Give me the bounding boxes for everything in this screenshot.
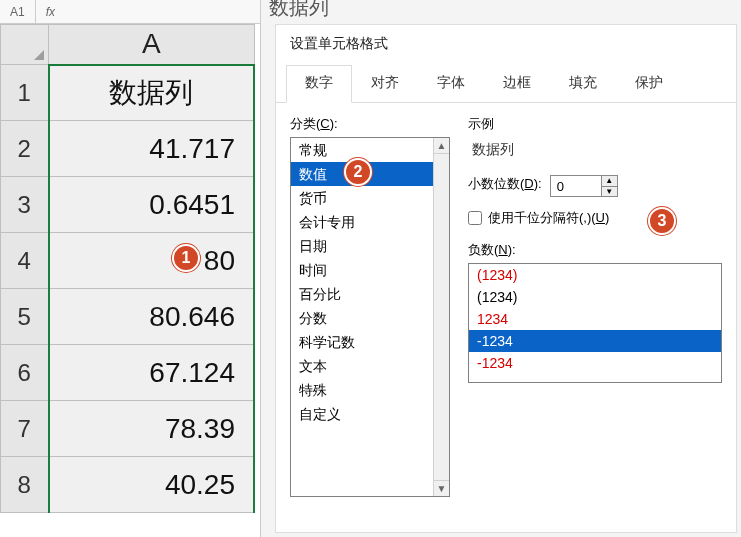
- category-listbox[interactable]: 常规 数值 货币 会计专用 日期 时间 百分比 分数 科学记数 文本 特殊 自定…: [290, 137, 450, 497]
- category-item-date[interactable]: 日期: [291, 234, 449, 258]
- sample-label: 示例: [468, 115, 722, 133]
- row-header[interactable]: 1: [1, 65, 49, 121]
- decimal-input[interactable]: [551, 176, 601, 196]
- negative-label: 负数(N):: [468, 241, 722, 259]
- spinner-down-icon[interactable]: ▼: [602, 187, 617, 197]
- dialog-tabs: 数字 对齐 字体 边框 填充 保护: [276, 59, 736, 103]
- dialog-outer-title: 数据列: [269, 0, 329, 21]
- row-header[interactable]: 2: [1, 121, 49, 177]
- sample-value: 数据列: [468, 139, 722, 161]
- category-item-percentage[interactable]: 百分比: [291, 282, 449, 306]
- row-header[interactable]: 8: [1, 457, 49, 513]
- cell-a8[interactable]: 40.25: [49, 457, 255, 513]
- neg-option[interactable]: 1234: [469, 308, 721, 330]
- category-item-custom[interactable]: 自定义: [291, 402, 449, 426]
- thousands-checkbox[interactable]: [468, 211, 482, 225]
- tab-font[interactable]: 字体: [418, 65, 484, 102]
- tab-alignment[interactable]: 对齐: [352, 65, 418, 102]
- format-cells-dialog: 数据列 设置单元格格式 数字 对齐 字体 边框 填充 保护 分类(C): 常规 …: [260, 0, 741, 537]
- cell-a6[interactable]: 67.124: [49, 345, 255, 401]
- neg-option[interactable]: -1234: [469, 330, 721, 352]
- category-item-scientific[interactable]: 科学记数: [291, 330, 449, 354]
- neg-option[interactable]: (1234): [469, 264, 721, 286]
- row-header[interactable]: 6: [1, 345, 49, 401]
- row-header[interactable]: 3: [1, 177, 49, 233]
- tab-fill[interactable]: 填充: [550, 65, 616, 102]
- row-header[interactable]: 4: [1, 233, 49, 289]
- tab-border[interactable]: 边框: [484, 65, 550, 102]
- callout-3: 3: [648, 207, 676, 235]
- cell-a5[interactable]: 80.646: [49, 289, 255, 345]
- namebox[interactable]: A1: [0, 0, 36, 23]
- negative-listbox[interactable]: (1234) (1234) 1234 -1234 -1234: [468, 263, 722, 383]
- thousands-label: 使用千位分隔符(,)(U): [488, 209, 609, 227]
- spinner-up-icon[interactable]: ▲: [602, 176, 617, 187]
- cell-a2[interactable]: 41.717: [49, 121, 255, 177]
- dialog-title: 设置单元格格式: [276, 25, 736, 59]
- cell-a3[interactable]: 0.6451: [49, 177, 255, 233]
- scroll-up-icon[interactable]: ▲: [434, 138, 449, 154]
- cell-a1[interactable]: 数据列: [49, 65, 255, 121]
- neg-option[interactable]: (1234): [469, 286, 721, 308]
- category-item-time[interactable]: 时间: [291, 258, 449, 282]
- tab-number[interactable]: 数字: [286, 65, 352, 103]
- category-item-currency[interactable]: 货币: [291, 186, 449, 210]
- neg-option[interactable]: -1234: [469, 352, 721, 374]
- column-header-a[interactable]: A: [49, 25, 255, 65]
- fx-label: fx: [36, 5, 65, 19]
- spreadsheet-grid[interactable]: A 1 数据列 2 41.717 3 0.6451 4 80 5 80.646 …: [0, 24, 255, 537]
- cell-a7[interactable]: 78.39: [49, 401, 255, 457]
- sample-box: 示例 数据列: [468, 115, 722, 161]
- callout-2: 2: [344, 158, 372, 186]
- cell-a4[interactable]: 80: [49, 233, 255, 289]
- category-item-fraction[interactable]: 分数: [291, 306, 449, 330]
- row-header[interactable]: 5: [1, 289, 49, 345]
- category-item-special[interactable]: 特殊: [291, 378, 449, 402]
- tab-protection[interactable]: 保护: [616, 65, 682, 102]
- decimal-label: 小数位数(D):: [468, 175, 542, 193]
- callout-1: 1: [172, 244, 200, 272]
- select-all-corner[interactable]: [1, 25, 49, 65]
- row-header[interactable]: 7: [1, 401, 49, 457]
- category-item-accounting[interactable]: 会计专用: [291, 210, 449, 234]
- category-label: 分类(C):: [290, 115, 450, 133]
- category-scrollbar[interactable]: ▲ ▼: [433, 138, 449, 496]
- decimal-spinner[interactable]: ▲ ▼: [550, 175, 618, 197]
- scroll-down-icon[interactable]: ▼: [434, 480, 449, 496]
- category-item-general[interactable]: 常规: [291, 138, 449, 162]
- category-item-text[interactable]: 文本: [291, 354, 449, 378]
